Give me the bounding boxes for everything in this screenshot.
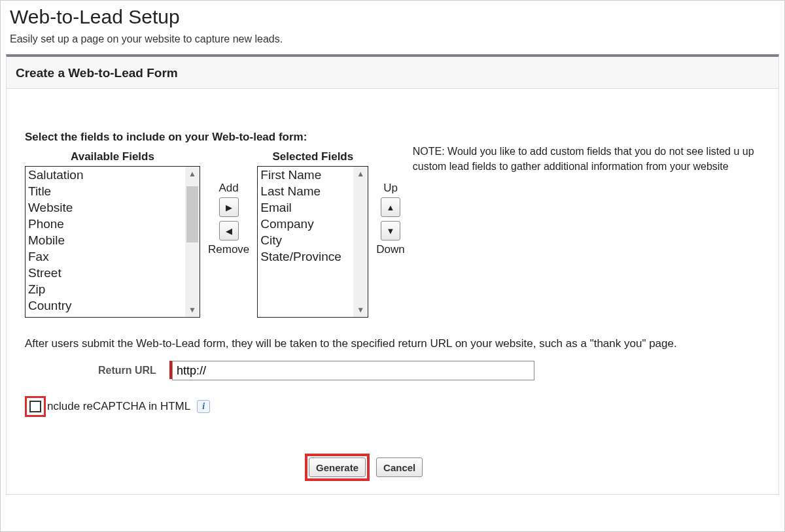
panel-header: Create a Web-to-Lead Form: [7, 57, 778, 89]
scroll-thumb[interactable]: [186, 186, 198, 242]
list-item[interactable]: Fax: [28, 248, 185, 265]
custom-fields-note: NOTE: Would you like to add custom field…: [413, 144, 777, 174]
return-url-input[interactable]: [172, 361, 534, 380]
generate-button[interactable]: Generate: [309, 457, 366, 477]
up-label: Up: [383, 182, 398, 195]
list-item[interactable]: Street: [28, 265, 185, 281]
list-item[interactable]: Email: [260, 199, 353, 216]
list-item[interactable]: Last Name: [260, 183, 353, 199]
move-down-button[interactable]: ▼: [381, 221, 400, 241]
triangle-up-icon: ▲: [387, 203, 395, 212]
info-icon[interactable]: i: [197, 400, 210, 413]
page-title: Web-to-Lead Setup: [10, 6, 784, 28]
scroll-down-icon[interactable]: ▼: [357, 303, 364, 317]
recaptcha-label: nclude reCAPTCHA in HTML: [47, 400, 190, 413]
scroll-up-icon[interactable]: ▲: [188, 167, 196, 181]
move-up-button[interactable]: ▲: [381, 197, 400, 217]
recaptcha-highlight: [25, 396, 46, 417]
list-item[interactable]: State/Province: [260, 248, 353, 265]
scroll-up-icon[interactable]: ▲: [357, 167, 364, 181]
available-fields-scrollbar[interactable]: ▲ ▼: [185, 167, 200, 317]
scroll-down-icon[interactable]: ▼: [188, 303, 196, 317]
triangle-left-icon: ◀: [226, 226, 232, 236]
list-item[interactable]: Salutation: [28, 167, 185, 183]
list-item[interactable]: Website: [28, 199, 185, 216]
cancel-button[interactable]: Cancel: [376, 457, 423, 477]
list-item[interactable]: Country: [28, 297, 185, 314]
down-label: Down: [376, 243, 404, 256]
available-fields-label: Available Fields: [71, 150, 154, 163]
list-item[interactable]: Phone: [28, 216, 185, 232]
remove-label: Remove: [208, 243, 249, 256]
add-button[interactable]: ▶: [219, 197, 239, 217]
list-item[interactable]: Title: [28, 183, 185, 199]
form-panel: Create a Web-to-Lead Form Select the fie…: [6, 54, 779, 495]
return-url-label: Return URL: [98, 365, 156, 376]
triangle-right-icon: ▶: [226, 203, 232, 212]
recaptcha-checkbox[interactable]: [29, 401, 41, 412]
triangle-down-icon: ▼: [387, 226, 395, 236]
selected-fields-scrollbar[interactable]: ▲ ▼: [353, 167, 368, 317]
available-fields-listbox[interactable]: SalutationTitleWebsitePhoneMobileFaxStre…: [25, 166, 200, 318]
selected-fields-listbox[interactable]: First NameLast NameEmailCompanyCityState…: [257, 166, 368, 318]
list-item[interactable]: Mobile: [28, 232, 185, 248]
selected-fields-label: Selected Fields: [272, 150, 353, 163]
list-item[interactable]: Company: [260, 216, 353, 232]
list-item[interactable]: First Name: [260, 167, 353, 183]
page-subtitle: Easily set up a page on your website to …: [10, 33, 784, 45]
return-url-description: After users submit the Web-to-Lead form,…: [25, 337, 777, 350]
list-item[interactable]: City: [260, 232, 353, 248]
generate-highlight: Generate: [305, 454, 370, 481]
list-item[interactable]: Zip: [28, 281, 185, 297]
field-instruction: Select the fields to include on your Web…: [25, 131, 777, 144]
add-label: Add: [219, 182, 239, 195]
remove-button[interactable]: ◀: [219, 221, 239, 241]
